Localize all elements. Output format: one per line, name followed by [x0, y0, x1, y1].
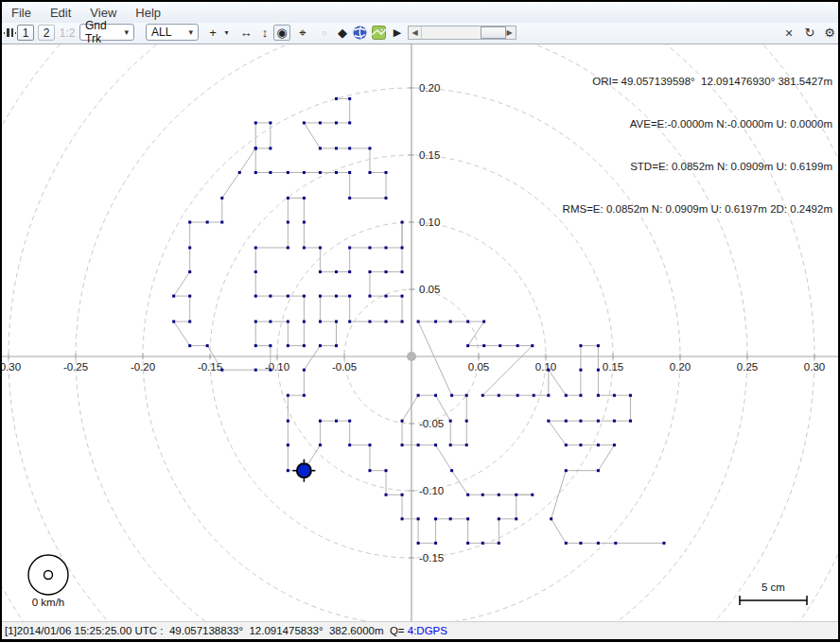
fit-vertical-icon: ↕ — [262, 26, 269, 40]
track-point — [303, 369, 306, 372]
track-point — [348, 97, 351, 100]
x-tick-label: -0.25 — [63, 361, 88, 373]
track-point — [303, 394, 306, 397]
track-point — [254, 270, 257, 273]
track-point — [597, 394, 600, 397]
track-point — [466, 542, 469, 545]
fit-vertical-button[interactable]: ↕ — [256, 25, 273, 41]
track-point — [498, 517, 500, 520]
stats-ori: ORI= 49.057139598° 12.091476930° 381.542… — [563, 75, 832, 89]
clear-button[interactable]: × — [780, 25, 797, 41]
fit-horizontal-icon: ↔ — [240, 26, 253, 40]
menu-edit[interactable]: Edit — [41, 3, 80, 23]
track-point — [303, 221, 306, 224]
track-point — [481, 494, 484, 496]
track-point — [449, 321, 452, 323]
track-point — [368, 147, 371, 149]
track-point — [188, 270, 191, 273]
track-point — [565, 443, 568, 446]
track-point — [287, 443, 289, 446]
track-point — [515, 517, 517, 520]
track-point — [303, 121, 306, 124]
animate-button[interactable]: ▶ — [389, 25, 406, 41]
status-bar: [1]2014/01/06 15:25:25.00 UTC : 49.05713… — [2, 621, 838, 639]
fit-horizontal-button[interactable]: ↔ — [237, 25, 254, 41]
track-point — [368, 321, 371, 323]
status-quality-badge: 4:DGPS — [408, 625, 447, 636]
waypoint-icon: ◆ — [338, 26, 347, 40]
track-point — [434, 394, 437, 397]
track-point — [335, 270, 338, 273]
plot-type-dropdown[interactable]: Gnd Trk ▾ — [79, 24, 134, 41]
track-point — [269, 321, 271, 323]
dot-icon: ○ — [322, 28, 326, 38]
track-point — [450, 469, 453, 472]
fit-center-menu-button[interactable]: ▾ — [222, 25, 231, 41]
track-point — [579, 369, 582, 372]
track-point — [287, 221, 289, 224]
dot-button[interactable]: ○ — [316, 25, 333, 41]
track-point — [368, 295, 371, 298]
refresh-icon: ↻ — [805, 26, 815, 40]
solution-filter-dropdown[interactable]: ALL ▾ — [146, 24, 199, 41]
track-point — [465, 394, 468, 397]
scale-bar-label: 5 cm — [761, 581, 785, 593]
track-point — [269, 344, 271, 347]
track-point — [662, 542, 665, 545]
track-point — [450, 394, 453, 397]
track-point — [335, 344, 338, 347]
solution1-button[interactable]: 1 — [17, 25, 34, 41]
track-point — [498, 494, 500, 496]
track-point — [303, 171, 306, 174]
pause-button[interactable] — [3, 25, 17, 41]
track-point — [613, 443, 616, 446]
waypoint-button[interactable]: ◆ — [334, 25, 351, 41]
fit-center-button[interactable]: + — [204, 25, 221, 41]
solution2-button[interactable]: 2 — [38, 25, 55, 41]
track-point — [466, 344, 469, 347]
refresh-button[interactable]: ↻ — [801, 25, 818, 41]
track-point — [385, 321, 388, 323]
track-point — [348, 443, 351, 446]
track-point — [401, 246, 404, 249]
toolbar: 1 2 1:2 Gnd Trk ▾ ALL ▾ + ▾ ↔ ↕ ◉ ⌖ ○ — [2, 23, 838, 44]
scrollbar-thumb[interactable] — [481, 26, 506, 39]
scrollbar-track[interactable] — [422, 26, 502, 39]
time-scrollbar[interactable]: ◀ ▶ — [408, 26, 516, 40]
x-tick-label: -0.15 — [198, 361, 222, 373]
speed-gauge-needle-hub — [44, 571, 53, 580]
fix-center-button[interactable]: ⌖ — [294, 25, 311, 41]
track-point — [565, 394, 568, 397]
track-point — [449, 420, 452, 423]
center-origin-button[interactable]: ◉ — [273, 25, 290, 41]
google-maps-icon — [372, 26, 386, 40]
chevron-down-icon: ▾ — [224, 28, 228, 37]
track-point — [303, 295, 306, 298]
y-tick-label: 0.20 — [419, 82, 440, 94]
track-point — [220, 221, 223, 224]
close-icon: × — [785, 26, 793, 41]
google-maps-button[interactable] — [370, 25, 387, 41]
menu-file[interactable]: File — [2, 3, 41, 23]
google-earth-button[interactable] — [351, 25, 368, 41]
track-point — [188, 321, 191, 323]
status-text: [1]2014/01/06 15:25:25.00 UTC : 49.05713… — [5, 625, 408, 636]
track-point — [335, 97, 338, 100]
menu-help[interactable]: Help — [126, 3, 170, 23]
fix-center-icon: ⌖ — [299, 26, 306, 41]
options-button[interactable]: ⚙ — [821, 25, 838, 41]
track-point — [466, 321, 469, 323]
track-point — [335, 321, 338, 323]
track-point — [335, 295, 338, 298]
track-point — [287, 469, 289, 472]
track-point — [269, 171, 271, 174]
track-point — [368, 270, 371, 273]
track-point — [385, 171, 388, 174]
scroll-left-button[interactable]: ◀ — [409, 26, 422, 39]
scroll-right-icon: ▶ — [506, 28, 512, 37]
track-point — [319, 121, 322, 124]
plot-area[interactable]: -0.30-0.25-0.20-0.15-0.10-0.050.050.100.… — [2, 44, 838, 621]
track-point — [287, 344, 289, 347]
track-point — [335, 121, 338, 124]
track-point — [319, 344, 322, 347]
